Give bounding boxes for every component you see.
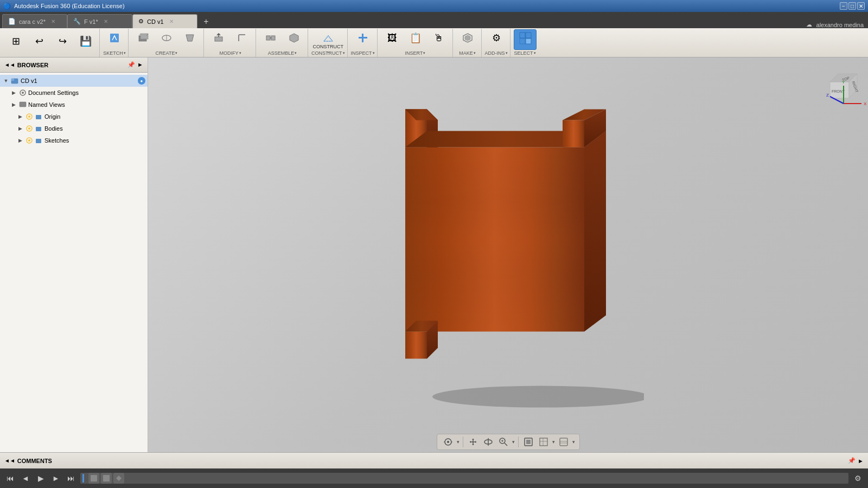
svg-point-63 (447, 441, 449, 443)
grid-display-button[interactable] (537, 435, 550, 448)
redo-button[interactable]: ↪ (51, 33, 74, 53)
tree-arrow-namedviews[interactable]: ▶ (10, 101, 17, 108)
tab-cd-close[interactable]: ✕ (169, 18, 174, 24)
svg-text:Z: Z (826, 93, 829, 98)
save-icon: 💾 (79, 35, 92, 48)
addins-button[interactable]: ⚙ (485, 29, 508, 50)
extrude-button[interactable] (132, 29, 155, 50)
inspect-button[interactable] (352, 29, 374, 50)
save-button[interactable]: 💾 (74, 33, 97, 53)
undo-button[interactable]: ↩ (28, 33, 50, 53)
tree-arrow-sketches[interactable]: ▶ (16, 137, 24, 144)
tree-arrow-docsettings[interactable]: ▶ (10, 89, 17, 97)
timeline-start-button[interactable]: ⏮ (4, 472, 16, 484)
tab-cara[interactable]: 📄 cara c v2* ✕ (2, 14, 67, 28)
svg-rect-2 (141, 34, 148, 39)
press-pull-button[interactable] (207, 29, 230, 50)
timeline-end-button[interactable]: ⏭ (65, 472, 77, 484)
minimize-button[interactable]: − (840, 2, 847, 10)
view-cube[interactable]: FRONT TOP RIGHT X Y Z (819, 63, 863, 106)
tab-fv1-close[interactable]: ✕ (104, 18, 108, 24)
timeline-thumb-1[interactable] (88, 473, 99, 484)
timeline-thumb-2[interactable] (101, 473, 112, 484)
sidebar-collapse-icon[interactable]: ► (137, 61, 143, 68)
collapse-left-icon[interactable]: ◄◄ (4, 62, 15, 68)
construct-button[interactable]: CONSTRUCT - (317, 29, 340, 50)
select-group-label[interactable]: SELECT ▾ (514, 50, 536, 56)
insert-image-button[interactable]: 🖼 (381, 29, 404, 50)
svg-rect-22 (11, 79, 14, 81)
make-icon (461, 31, 474, 44)
tree-item-docsettings[interactable]: ▶ Document Settings (0, 87, 148, 99)
timeline-track[interactable] (80, 473, 848, 484)
pan-button[interactable] (467, 435, 480, 448)
modify-group-label[interactable]: MODIFY ▾ (220, 50, 241, 56)
tab-fv1[interactable]: 🔧 F v1* ✕ (67, 14, 132, 28)
new-tab-button[interactable]: + (200, 15, 213, 28)
sketch-arrow: ▾ (124, 51, 126, 55)
make-group-label[interactable]: MAKE ▾ (459, 50, 476, 56)
make-button[interactable] (456, 29, 479, 50)
joint-button[interactable] (259, 29, 282, 50)
svg-line-68 (505, 443, 507, 446)
grid-button[interactable]: ⊞ (4, 33, 27, 53)
tree-item-sketches[interactable]: ▶ Sketches (0, 134, 148, 146)
comments-resize-icon[interactable]: ► (858, 458, 864, 464)
rigid-button[interactable] (283, 29, 305, 50)
zoom-button[interactable] (497, 435, 510, 448)
tree-item-root[interactable]: ▼ CD v1 ● (0, 75, 148, 87)
tab-cd-icon: ⚙ (138, 18, 144, 25)
tree-arrow-bodies[interactable]: ▶ (16, 125, 24, 132)
tree-arrow-origin[interactable]: ▶ (16, 113, 24, 120)
display-mode-button[interactable] (522, 435, 535, 448)
comments-collapse-left[interactable]: ◄◄ (4, 458, 15, 464)
tree-eye-icon-origin (25, 112, 34, 121)
tab-cd[interactable]: ⚙ CD v1 ✕ (132, 14, 197, 28)
select-button[interactable] (514, 29, 537, 50)
inspect-group-label[interactable]: INSPECT ▾ (351, 50, 375, 56)
comments-pin-icon[interactable]: 📌 (848, 457, 856, 464)
svg-rect-34 (36, 139, 41, 143)
tab-cara-icon: 📄 (8, 18, 16, 25)
addins-group-label[interactable]: ADD-INS ▾ (485, 50, 508, 56)
close-button[interactable]: ✕ (857, 2, 865, 10)
timeline-next-button[interactable]: ► (50, 472, 62, 484)
timeline-settings-button[interactable]: ⚙ (852, 472, 864, 484)
env-button[interactable] (557, 435, 570, 448)
revolve-button[interactable] (155, 29, 178, 50)
assemble-group-label[interactable]: ASSEMBLE ▾ (268, 50, 297, 56)
svg-rect-20 (526, 38, 531, 44)
sketch-button[interactable] (103, 29, 126, 50)
loft-button[interactable] (178, 29, 201, 50)
sidebar-pin-icon[interactable]: 📌 (127, 61, 135, 68)
tree-arrow-root[interactable]: ▼ (2, 77, 10, 85)
fillet-button[interactable] (231, 29, 253, 50)
sketch-group-label[interactable]: SKETCH ▾ (103, 50, 126, 56)
insert-group-label[interactable]: INSERT ▾ (405, 50, 426, 56)
tree-item-bodies[interactable]: ▶ Bodies (0, 123, 148, 134)
addins-icon: ⚙ (490, 31, 503, 44)
timeline-prev-button[interactable]: ◄ (20, 472, 31, 484)
extrude-icon (137, 31, 150, 44)
orbit-button[interactable] (482, 435, 495, 448)
insert-decal-button[interactable]: 📋 (404, 29, 427, 50)
svg-rect-28 (36, 115, 41, 119)
construct-group-label[interactable]: CONSTRUCT ▾ (311, 50, 345, 56)
toolbar-sep2 (518, 436, 519, 447)
loft-icon (183, 31, 196, 44)
sketch-label: SKETCH (103, 50, 123, 56)
viewport[interactable]: FRONT TOP RIGHT X Y Z ▾ (148, 57, 868, 452)
snap-button[interactable] (442, 435, 455, 448)
tree-item-namedviews[interactable]: ▶ Named Views (0, 99, 148, 111)
timeline-play-button[interactable]: ▶ (35, 472, 47, 484)
timeline-thumb-3[interactable] (113, 473, 124, 484)
inspect-label: INSPECT (351, 50, 372, 56)
insert-canvas-button[interactable]: 🖱 (427, 29, 450, 50)
undo-icon: ↩ (33, 35, 46, 48)
tab-cara-close[interactable]: ✕ (51, 18, 55, 24)
svg-marker-46 (563, 120, 584, 147)
maximize-button[interactable]: □ (848, 2, 856, 10)
tree-item-origin[interactable]: ▶ Origin (0, 111, 148, 123)
sketch-icon (108, 31, 121, 44)
create-group-label[interactable]: CREATE ▾ (156, 50, 178, 56)
